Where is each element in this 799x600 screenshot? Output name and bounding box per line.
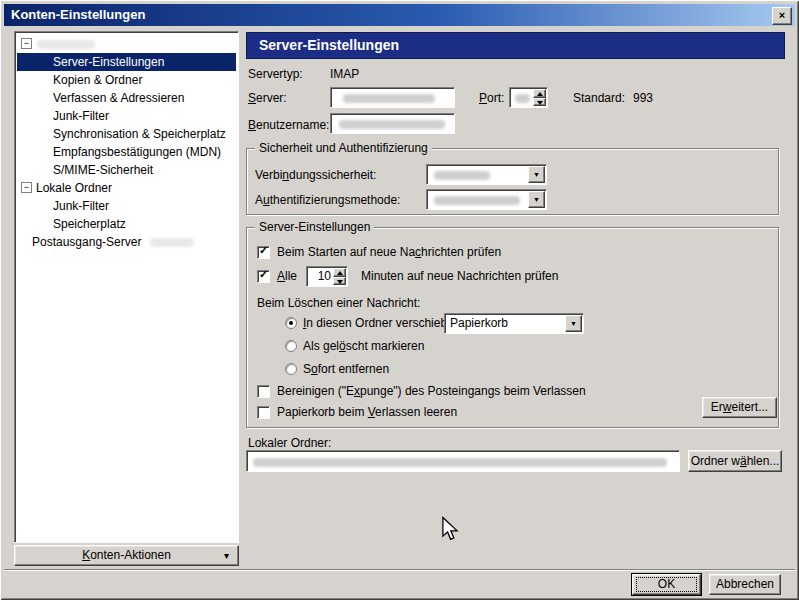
tree-item-account-root[interactable]: − (17, 35, 236, 53)
spinner-up-icon[interactable] (533, 89, 546, 98)
server-settings-groupbox: Server-Einstellungen ✓ Beim Starten auf … (246, 227, 779, 428)
local-dir-input[interactable] (246, 450, 680, 472)
advanced-button-label: Erweitert... (711, 400, 768, 414)
tree-item-composition[interactable]: Verfassen & Adressieren (17, 89, 236, 107)
interval-minutes-value: 10 (318, 269, 331, 284)
username-input[interactable] (330, 113, 455, 134)
spinner-up-icon[interactable] (333, 268, 346, 277)
tree-item-label: Postausgang-Server (32, 233, 141, 251)
check-interval-suffix-label: Minuten auf neue Nachrichten prüfen (361, 269, 558, 284)
servertype-label: Servertyp: (248, 67, 303, 82)
spinner-down-icon[interactable] (333, 277, 346, 286)
trash-folder-select[interactable]: Papierkorb ▼ (444, 313, 584, 334)
tree-item-junk[interactable]: Junk-Filter (17, 107, 236, 125)
tree-item-smime[interactable]: S/MIME-Sicherheit (17, 161, 236, 179)
local-dir-label: Lokaler Ordner: (248, 436, 331, 451)
cancel-button-label: Abbrechen (716, 577, 774, 591)
radio-move-label: In diesen Ordner verschieben: (303, 316, 464, 331)
expunge-label: Bereinigen ("Expunge") des Posteingangs … (277, 384, 586, 399)
tree-item-label: Server-Einstellungen (53, 53, 164, 71)
chevron-down-icon[interactable]: ▼ (565, 315, 582, 332)
redacted-text (150, 238, 194, 247)
footer-divider (4, 569, 795, 571)
page-title: Server-Einstellungen (246, 32, 785, 59)
check-interval-prefix-label: Alle (277, 269, 297, 284)
tree-item-local-junk[interactable]: Junk-Filter (17, 197, 236, 215)
radio-remove-immediately[interactable] (285, 363, 297, 375)
check-icon: ✓ (259, 268, 268, 281)
standard-label: Standard: (573, 91, 625, 106)
expunge-checkbox[interactable] (257, 385, 270, 398)
cancel-button[interactable]: Abbrechen (709, 574, 781, 595)
chevron-down-icon[interactable]: ▼ (528, 191, 545, 208)
auth-method-label: Authentifizierungsmethode: (255, 193, 400, 208)
port-label: Port: (479, 91, 504, 106)
check-interval-checkbox[interactable]: ✓ (257, 270, 270, 283)
standard-port-value: 993 (633, 91, 653, 106)
account-tree: − Server-Einstellungen Kopien & Ordner V… (14, 31, 239, 543)
security-groupbox: Sicherheit und Authentifizierung Verbind… (246, 148, 779, 215)
tree-item-sync-storage[interactable]: Synchronisation & Speicherplatz (17, 125, 236, 143)
redacted-text (37, 40, 95, 49)
tree-item-local-storage[interactable]: Speicherplatz (17, 215, 236, 233)
window-title: Konten-Einstellungen (11, 7, 145, 22)
radio-mark-deleted[interactable] (285, 340, 297, 352)
choose-folder-button-label: Ordner wählen... (691, 454, 780, 468)
tree-item-receipts[interactable]: Empfangsbestätigungen (MDN) (17, 143, 236, 161)
tree-item-label: Lokale Ordner (36, 179, 112, 197)
check-startup-label: Beim Starten auf neue Nachrichten prüfen (277, 245, 501, 260)
collapse-icon[interactable]: − (21, 38, 32, 49)
check-startup-checkbox[interactable]: ✓ (257, 246, 270, 259)
redacted-text (434, 196, 520, 205)
choose-folder-button[interactable]: Ordner wählen... (688, 450, 782, 472)
account-actions-button[interactable]: Konten-Aktionen ▾ (14, 545, 239, 566)
tree-item-label: Verfassen & Adressieren (53, 89, 184, 107)
check-icon: ✓ (259, 244, 268, 257)
server-label: Server: (248, 91, 287, 106)
account-settings-dialog: Konten-Einstellungen × − Server-Einstell… (0, 0, 799, 600)
redacted-text (339, 120, 445, 129)
security-group-title: Sicherheit und Authentifizierung (255, 141, 432, 156)
server-settings-group-title: Server-Einstellungen (255, 220, 374, 235)
connection-security-label: Verbindungssicherheit: (255, 168, 376, 183)
tree-item-server-settings[interactable]: Server-Einstellungen (17, 53, 236, 71)
account-actions-label: Konten-Aktionen (82, 548, 171, 562)
tree-item-label: Junk-Filter (53, 197, 109, 215)
radio-move-to-folder[interactable] (285, 317, 297, 329)
tree-item-label: Synchronisation & Speicherplatz (53, 125, 226, 143)
empty-trash-label: Papierkorb beim Verlassen leeren (277, 405, 457, 420)
advanced-button[interactable]: Erweitert... (702, 397, 777, 418)
collapse-icon[interactable]: − (21, 182, 32, 193)
tree-item-label: Empfangsbestätigungen (MDN) (53, 143, 221, 161)
titlebar[interactable]: Konten-Einstellungen × (4, 4, 795, 26)
tree-item-copies-folders[interactable]: Kopien & Ordner (17, 71, 236, 89)
ok-button-label: OK (658, 577, 675, 591)
username-label: Benutzername: (248, 118, 329, 133)
auth-method-select[interactable]: ▼ (426, 189, 547, 210)
port-stepper[interactable] (509, 87, 548, 108)
ok-button[interactable]: OK (632, 574, 701, 595)
mouse-cursor (441, 516, 459, 546)
interval-minutes-stepper[interactable]: 10 (306, 266, 348, 287)
tree-item-label: S/MIME-Sicherheit (53, 161, 153, 179)
radio-remove-label: Sofort entfernen (303, 362, 389, 377)
tree-item-outgoing-server[interactable]: Postausgang-Server (17, 233, 236, 251)
radio-mark-label: Als gelöscht markieren (303, 339, 424, 354)
chevron-down-icon[interactable]: ▼ (528, 166, 545, 183)
redacted-text (343, 94, 435, 103)
redacted-text (253, 458, 667, 467)
tree-item-label: Speicherplatz (53, 215, 126, 233)
close-icon[interactable]: × (772, 7, 792, 25)
tree-item-local-folders[interactable]: − Lokale Ordner (17, 179, 236, 197)
delete-heading: Beim Löschen einer Nachricht: (257, 296, 420, 311)
connection-security-select[interactable]: ▼ (426, 164, 547, 185)
trash-folder-value: Papierkorb (450, 316, 508, 331)
empty-trash-checkbox[interactable] (257, 406, 270, 419)
tree-item-label: Junk-Filter (53, 107, 109, 125)
redacted-text (434, 171, 490, 180)
tree-item-label: Kopien & Ordner (53, 71, 142, 89)
server-input[interactable] (330, 87, 455, 108)
spinner-down-icon[interactable] (533, 98, 546, 107)
redacted-text (515, 94, 530, 103)
servertype-value: IMAP (330, 67, 359, 82)
